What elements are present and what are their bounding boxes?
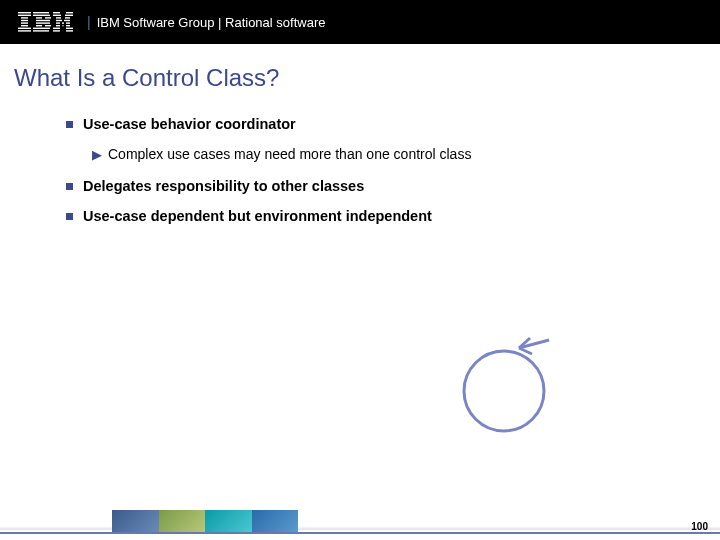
svg-rect-18 bbox=[53, 12, 60, 13]
square-bullet-icon bbox=[66, 213, 73, 220]
svg-rect-33 bbox=[66, 28, 73, 29]
svg-rect-1 bbox=[18, 15, 31, 16]
svg-rect-21 bbox=[65, 15, 73, 16]
svg-rect-2 bbox=[21, 17, 28, 18]
header-bar: | IBM Software Group | Rational software bbox=[0, 0, 720, 44]
slide-title: What Is a Control Class? bbox=[0, 44, 720, 92]
svg-rect-19 bbox=[66, 12, 73, 13]
footer-gradient bbox=[0, 526, 720, 530]
svg-rect-32 bbox=[53, 28, 60, 29]
svg-rect-17 bbox=[33, 30, 49, 31]
svg-rect-6 bbox=[18, 28, 31, 29]
bullet-text: Use-case dependent but environment indep… bbox=[83, 208, 432, 224]
svg-rect-20 bbox=[53, 15, 61, 16]
svg-point-36 bbox=[464, 351, 544, 431]
footer-image-strip bbox=[112, 510, 298, 532]
svg-rect-23 bbox=[65, 17, 70, 18]
ibm-logo bbox=[18, 12, 73, 32]
svg-rect-8 bbox=[33, 12, 49, 13]
square-bullet-icon bbox=[66, 183, 73, 190]
sub-bullet-item: ▶ Complex use cases may need more than o… bbox=[92, 146, 680, 164]
svg-rect-12 bbox=[36, 20, 50, 21]
svg-rect-9 bbox=[33, 15, 50, 16]
footer: 100 bbox=[0, 508, 720, 540]
svg-rect-0 bbox=[18, 12, 31, 13]
square-bullet-icon bbox=[66, 121, 73, 128]
svg-rect-13 bbox=[36, 22, 50, 23]
svg-rect-11 bbox=[45, 17, 51, 18]
bullet-item: Delegates responsibility to other classe… bbox=[66, 178, 680, 194]
svg-rect-4 bbox=[21, 22, 28, 23]
svg-rect-7 bbox=[18, 30, 31, 31]
bullet-text: Delegates responsibility to other classe… bbox=[83, 178, 364, 194]
svg-rect-5 bbox=[21, 25, 28, 26]
sub-bullet-text: Complex use cases may need more than one… bbox=[108, 146, 471, 162]
bullet-item: Use-case dependent but environment indep… bbox=[66, 208, 680, 224]
svg-rect-22 bbox=[56, 17, 61, 18]
bullet-item: Use-case behavior coordinator bbox=[66, 116, 680, 132]
content-area: Use-case behavior coordinator ▶ Complex … bbox=[0, 92, 720, 224]
footer-line bbox=[0, 532, 720, 534]
header-divider: | bbox=[87, 14, 91, 30]
svg-rect-14 bbox=[36, 25, 42, 26]
svg-rect-26 bbox=[56, 22, 60, 23]
svg-rect-25 bbox=[64, 20, 70, 21]
svg-rect-24 bbox=[56, 20, 62, 21]
control-class-icon bbox=[454, 336, 564, 440]
svg-rect-34 bbox=[53, 30, 60, 31]
svg-rect-30 bbox=[63, 25, 64, 26]
page-number: 100 bbox=[691, 521, 708, 532]
svg-rect-15 bbox=[45, 25, 51, 26]
svg-rect-29 bbox=[56, 25, 60, 26]
svg-rect-35 bbox=[66, 30, 73, 31]
svg-rect-10 bbox=[36, 17, 42, 18]
svg-rect-27 bbox=[62, 22, 64, 23]
arrow-bullet-icon: ▶ bbox=[92, 146, 102, 164]
svg-rect-3 bbox=[21, 20, 28, 21]
header-text: IBM Software Group | Rational software bbox=[97, 15, 326, 30]
bullet-text: Use-case behavior coordinator bbox=[83, 116, 296, 132]
svg-rect-31 bbox=[66, 25, 70, 26]
svg-rect-28 bbox=[66, 22, 70, 23]
svg-rect-16 bbox=[33, 28, 50, 29]
